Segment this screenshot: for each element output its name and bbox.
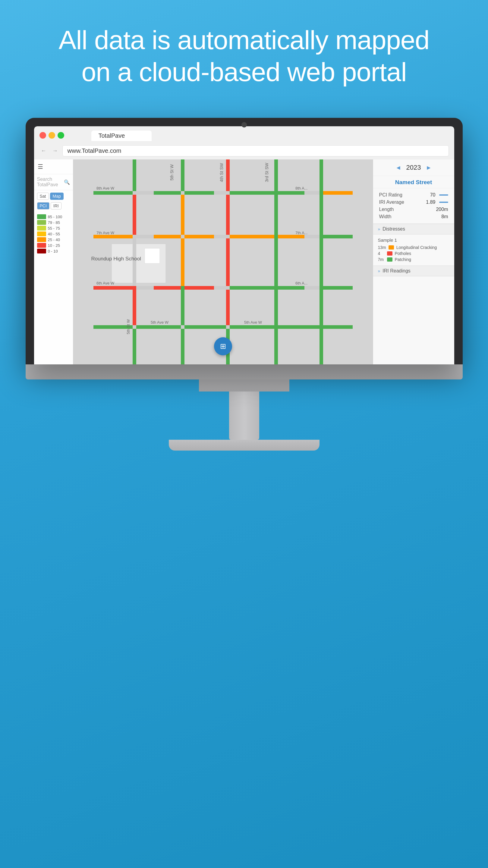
distress-list: 13m Longitudinal Cracking 4 Potholes 7m … [378, 244, 450, 262]
svg-text:5th Ave W: 5th Ave W [151, 320, 169, 324]
svg-rect-19 [93, 325, 353, 329]
legend-range-label: 40 - 55 [48, 232, 60, 236]
year-prev-button[interactable]: ◄ [395, 164, 401, 171]
distress-color-box [387, 251, 392, 255]
map-panel-right: ◄ 2023 ► Named Street PCI Rating 70 [373, 159, 454, 364]
svg-text:5th Ave W: 5th Ave W [244, 320, 262, 324]
forward-button[interactable]: → [51, 147, 59, 155]
legend-item: 25 - 40 [37, 237, 70, 242]
imac-stand-top [199, 379, 289, 392]
svg-rect-12 [319, 235, 353, 239]
distress-color-box [389, 245, 394, 250]
width-row: Width 8m [379, 213, 448, 220]
tab-title: TotalPave [98, 132, 125, 139]
map-grid-button[interactable]: ⊞ [214, 337, 232, 355]
year-next-button[interactable]: ► [426, 164, 432, 171]
map-svg: 5th St W 4th St SW 3rd St SW 8th Ave W 8… [73, 159, 373, 364]
imac-base [169, 440, 319, 451]
iri-readings-section-header[interactable]: » IRI Readings [373, 266, 454, 276]
pci-rating-label: PCI Rating [379, 192, 402, 198]
distress-qty: 7m [378, 257, 385, 262]
width-label: Width [379, 214, 392, 219]
svg-rect-9 [93, 235, 133, 239]
legend-color-box [37, 231, 46, 236]
legend-color-box [37, 226, 46, 230]
headline-line1: All data is automatically mapped [59, 24, 429, 56]
map-button[interactable]: Map [50, 193, 64, 200]
iri-toggle-button[interactable]: IRI [51, 202, 61, 210]
back-button[interactable]: ← [39, 147, 48, 155]
svg-rect-21 [133, 159, 136, 191]
legend-color-box [37, 220, 46, 225]
svg-rect-37 [274, 159, 278, 364]
close-button[interactable] [39, 132, 46, 138]
legend-range-label: 79 - 85 [48, 220, 60, 225]
svg-text:3rd St SW: 3rd St SW [264, 163, 269, 182]
svg-rect-23 [133, 286, 136, 325]
legend-range-label: 0 - 10 [48, 249, 58, 253]
legend-range-label: 10 - 25 [48, 243, 60, 248]
width-value: 8m [441, 214, 448, 219]
legend-item: 79 - 85 [37, 220, 70, 225]
svg-rect-11 [229, 235, 304, 239]
search-placeholder: Search TotalPave [37, 177, 63, 187]
svg-rect-34 [226, 239, 230, 286]
svg-rect-16 [229, 286, 304, 290]
distress-row: 13m Longitudinal Cracking [378, 244, 450, 250]
imac-screen-shell: TotalPave ← → www.TotalPave.com ☰ [26, 118, 463, 364]
pci-iri-buttons: PCI IRI [34, 202, 73, 212]
pci-rating-indicator [439, 194, 448, 195]
pci-legend: 85 - 100 79 - 85 55 - 75 40 - 55 25 - 40… [34, 212, 73, 256]
sat-button[interactable]: Sat [37, 193, 49, 200]
legend-item: 40 - 55 [37, 231, 70, 236]
svg-text:6th Ave W: 6th Ave W [96, 281, 115, 285]
browser-tab[interactable]: TotalPave [91, 130, 152, 141]
length-row: Length 200m [379, 206, 448, 213]
map-area[interactable]: 5th St W 4th St SW 3rd St SW 8th Ave W 8… [73, 159, 373, 364]
distresses-chevron-icon: » [378, 227, 380, 231]
map-sidebar-left: ☰ Search TotalPave 🔍 Sat Map PCI IRI [34, 159, 73, 364]
distress-row: 4 Potholes [378, 250, 450, 256]
sample-section: Sample 1 13m Longitudinal Cracking 4 Pot… [373, 235, 454, 266]
svg-rect-4 [93, 191, 133, 195]
year-nav: ◄ 2023 ► [373, 159, 454, 176]
svg-text:6th A...: 6th A... [295, 281, 307, 285]
imac-screen-inner: TotalPave ← → www.TotalPave.com ☰ [34, 126, 454, 364]
svg-rect-22 [133, 195, 136, 235]
distresses-section-header[interactable]: » Distresses [373, 224, 454, 235]
map-type-buttons: Sat Map [34, 190, 73, 202]
street-stats: PCI Rating 70 IRI Average 1.89 [373, 188, 454, 224]
legend-color-box [37, 214, 46, 219]
hamburger-icon[interactable]: ☰ [38, 163, 43, 170]
maximize-button[interactable] [58, 132, 64, 138]
svg-rect-17 [319, 286, 353, 290]
legend-color-box [37, 243, 46, 248]
search-input-row[interactable]: Search TotalPave 🔍 [34, 174, 73, 190]
iri-readings-label: IRI Readings [383, 268, 410, 274]
iri-avg-indicator [439, 202, 448, 203]
minimize-button[interactable] [49, 132, 55, 138]
svg-rect-38 [319, 159, 323, 364]
svg-text:5th St W: 5th St W [170, 164, 174, 181]
svg-rect-7 [319, 191, 353, 195]
browser-content: ☰ Search TotalPave 🔍 Sat Map PCI IRI [34, 159, 454, 364]
tab-bar: TotalPave [86, 130, 157, 141]
distresses-label: Distresses [383, 226, 405, 232]
hamburger-row: ☰ [34, 159, 73, 174]
browser-chrome: TotalPave ← → www.TotalPave.com [34, 126, 454, 159]
headline: All data is automatically mapped on a cl… [59, 24, 429, 88]
svg-rect-33 [226, 195, 230, 235]
legend-item: 10 - 25 [37, 243, 70, 248]
legend-color-box [37, 237, 46, 242]
svg-text:8th A...: 8th A... [295, 186, 307, 190]
url-bar[interactable]: www.TotalPave.com [62, 145, 449, 156]
year-label: 2023 [406, 164, 421, 172]
pci-rating-value: 70 [430, 192, 435, 198]
pci-rating-row: PCI Rating 70 [379, 191, 448, 198]
distress-name: Patching [395, 257, 411, 262]
legend-item: 0 - 10 [37, 249, 70, 253]
iri-avg-row: IRI Average 1.89 [379, 198, 448, 206]
pci-toggle-button[interactable]: PCI [37, 202, 50, 210]
length-value: 200m [436, 207, 448, 212]
browser-titlebar: TotalPave [34, 126, 454, 143]
